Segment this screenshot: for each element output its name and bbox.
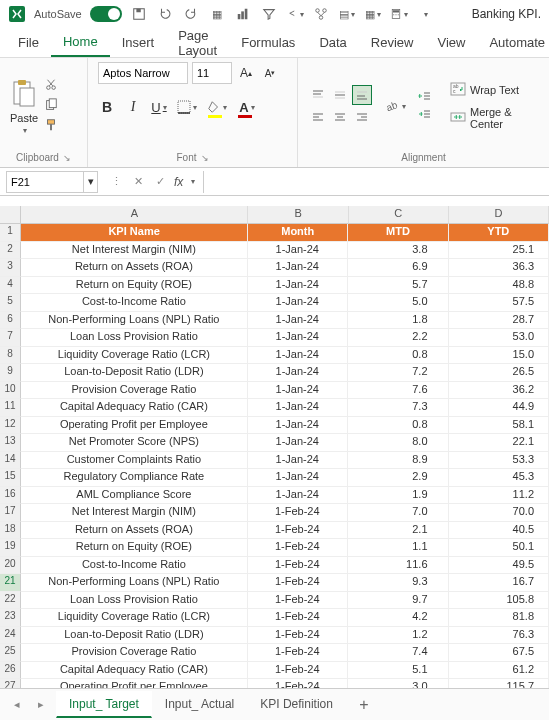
share-icon[interactable]: ▾ [286, 5, 304, 23]
cell[interactable]: 57.5 [449, 294, 549, 312]
cell[interactable]: Liquidity Coverage Ratio (LCR) [21, 347, 248, 365]
formula-options-icon[interactable]: ⋮ [108, 174, 124, 190]
cell[interactable]: Net Promoter Score (NPS) [21, 434, 248, 452]
cell[interactable]: 1.9 [348, 487, 449, 505]
sheet-tab[interactable]: Input_ Actual [152, 691, 247, 718]
row-header[interactable]: 26 [0, 662, 21, 680]
row-header[interactable]: 21 [0, 574, 21, 592]
cell[interactable]: Customer Complaints Ratio [21, 452, 248, 470]
cell[interactable]: 5.0 [348, 294, 449, 312]
cell[interactable]: Capital Adequacy Ratio (CAR) [21, 662, 248, 680]
cell[interactable]: 1-Jan-24 [248, 347, 348, 365]
font-size-select[interactable] [192, 62, 232, 84]
cell[interactable]: 1-Jan-24 [248, 259, 348, 277]
row-header[interactable]: 3 [0, 259, 21, 277]
calculator-icon[interactable]: ▾ [390, 5, 408, 23]
cell[interactable]: Net Interest Margin (NIM) [21, 504, 248, 522]
cell[interactable]: Loan-to-Deposit Ratio (LDR) [21, 364, 248, 382]
cell[interactable]: 1-Jan-24 [248, 242, 348, 260]
name-box[interactable] [6, 171, 84, 193]
header-cell[interactable]: YTD [449, 224, 549, 242]
increase-indent-button[interactable] [418, 108, 432, 122]
font-color-button[interactable]: A▾ [236, 98, 258, 116]
cell[interactable]: 36.2 [449, 382, 549, 400]
cell[interactable]: 3.8 [348, 242, 449, 260]
row-header[interactable]: 7 [0, 329, 21, 347]
branch-icon[interactable] [312, 5, 330, 23]
cell[interactable]: 1-Jan-24 [248, 382, 348, 400]
cell[interactable]: Return on Equity (ROE) [21, 277, 248, 295]
row-header[interactable]: 11 [0, 399, 21, 417]
align-left-button[interactable] [308, 107, 328, 127]
row-header[interactable]: 18 [0, 522, 21, 540]
sheet-tab[interactable]: KPI Definition [247, 691, 346, 718]
align-center-button[interactable] [330, 107, 350, 127]
cell[interactable]: Loan-to-Deposit Ratio (LDR) [21, 627, 248, 645]
filter-icon[interactable] [260, 5, 278, 23]
paste-icon[interactable] [10, 78, 38, 110]
row-header[interactable]: 15 [0, 469, 21, 487]
cell[interactable]: Net Interest Margin (NIM) [21, 242, 248, 260]
cell[interactable]: 26.5 [449, 364, 549, 382]
cell[interactable]: 81.8 [449, 609, 549, 627]
cell[interactable]: 9.3 [348, 574, 449, 592]
row-header[interactable]: 24 [0, 627, 21, 645]
cell[interactable]: 1-Jan-24 [248, 399, 348, 417]
cell[interactable]: 16.7 [449, 574, 549, 592]
cell[interactable]: Return on Assets (ROA) [21, 259, 248, 277]
cell[interactable]: 53.3 [449, 452, 549, 470]
cell[interactable]: 22.1 [449, 434, 549, 452]
spreadsheet-grid[interactable]: A B C D 1 KPI Name Month MTD YTD 2Net In… [0, 206, 549, 688]
cell[interactable]: Return on Equity (ROE) [21, 539, 248, 557]
cell[interactable]: 2.1 [348, 522, 449, 540]
cell[interactable]: Loan Loss Provision Ratio [21, 592, 248, 610]
align-middle-button[interactable] [330, 85, 350, 105]
row-header[interactable]: 8 [0, 347, 21, 365]
cell[interactable]: 1.8 [348, 312, 449, 330]
add-sheet-button[interactable]: + [352, 693, 376, 717]
merge-center-button[interactable]: Merge & Center [446, 104, 539, 132]
sheet-tab[interactable]: Input_ Target [56, 691, 152, 718]
cell[interactable]: 5.1 [348, 662, 449, 680]
cell[interactable]: 1-Feb-24 [248, 662, 348, 680]
cell[interactable]: 48.8 [449, 277, 549, 295]
align-right-button[interactable] [352, 107, 372, 127]
cell[interactable]: Operating Profit per Employee [21, 679, 248, 688]
cell[interactable]: 7.3 [348, 399, 449, 417]
cell[interactable]: 67.5 [449, 644, 549, 662]
formula-input[interactable] [203, 171, 549, 193]
grid-view-icon[interactable]: ▦ [208, 5, 226, 23]
cell[interactable]: 58.1 [449, 417, 549, 435]
undo-icon[interactable] [156, 5, 174, 23]
row-header[interactable]: 22 [0, 592, 21, 610]
cell[interactable]: 4.2 [348, 609, 449, 627]
cell[interactable]: 1-Jan-24 [248, 277, 348, 295]
cell[interactable]: 40.5 [449, 522, 549, 540]
cell[interactable]: 6.9 [348, 259, 449, 277]
paste-dropdown-icon[interactable]: ▾ [23, 126, 27, 135]
cell[interactable]: 1.1 [348, 539, 449, 557]
cell[interactable]: Cost-to-Income Ratio [21, 557, 248, 575]
cell[interactable]: 0.8 [348, 417, 449, 435]
cell[interactable]: 8.9 [348, 452, 449, 470]
cell[interactable]: Provision Coverage Ratio [21, 382, 248, 400]
cell[interactable]: 11.2 [449, 487, 549, 505]
row-header[interactable]: 27 [0, 679, 21, 688]
table-icon[interactable]: ▤▾ [338, 5, 356, 23]
cell[interactable]: Non-Performing Loans (NPL) Ratio [21, 574, 248, 592]
save-icon[interactable] [130, 5, 148, 23]
cell[interactable]: 1-Feb-24 [248, 504, 348, 522]
cell[interactable]: Regulatory Compliance Rate [21, 469, 248, 487]
cell[interactable]: 25.1 [449, 242, 549, 260]
row-header[interactable]: 23 [0, 609, 21, 627]
cell[interactable]: 1.2 [348, 627, 449, 645]
column-header-d[interactable]: D [449, 206, 549, 224]
cell[interactable]: 7.6 [348, 382, 449, 400]
row-header[interactable]: 5 [0, 294, 21, 312]
ribbon-tab-insert[interactable]: Insert [110, 29, 167, 56]
cell[interactable]: Capital Adequacy Ratio (CAR) [21, 399, 248, 417]
cell[interactable]: 1-Jan-24 [248, 487, 348, 505]
orientation-button[interactable]: ab▾ [384, 99, 406, 113]
cell[interactable]: 1-Feb-24 [248, 557, 348, 575]
cell[interactable]: 2.9 [348, 469, 449, 487]
